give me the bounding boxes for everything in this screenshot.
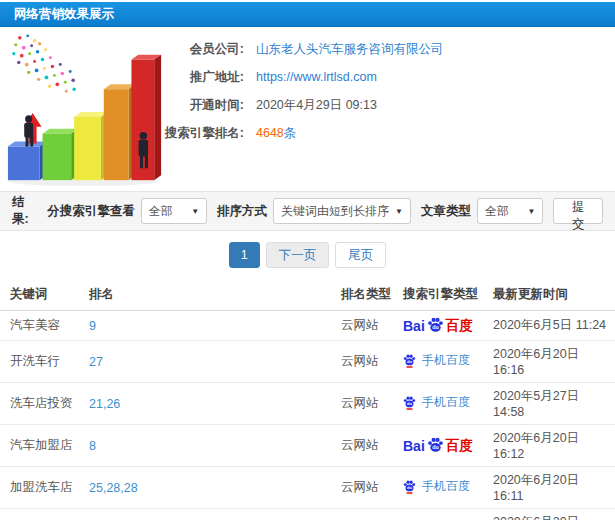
rank-type-cell: 云网站 <box>337 467 399 509</box>
caret-down-icon: ▼ <box>395 207 403 216</box>
svg-text:du: du <box>407 485 412 490</box>
results-section-label: 结果: <box>12 194 37 228</box>
updated-cell: 2020年6月20日 16:12 <box>489 509 615 520</box>
rank-type-cell: 云网站 <box>337 509 399 520</box>
engine-filter-label: 分搜索引擎查看 <box>47 203 135 220</box>
rank-cell: 25,28,28 <box>85 467 337 509</box>
account-info-list: 会员公司: 山东老人头汽车服务咨询有限公司 推广地址: https://www.… <box>148 35 444 147</box>
col-updated: 最新更新时间 <box>489 279 615 311</box>
table-row: 开洗车行 27 云网站 du 手机百度 2020年6月20日 16:16 <box>0 341 615 383</box>
keyword-cell: 开洗车行 <box>0 341 85 383</box>
updated-cell: 2020年6月20日 16:12 <box>489 425 615 467</box>
company-row: 会员公司: 山东老人头汽车服务咨询有限公司 <box>148 35 444 63</box>
article-type-filter-label: 文章类型 <box>421 203 471 220</box>
keyword-cell: 汽车美容 <box>0 311 85 341</box>
table-row: 汽车加盟店 8 云网站 Bai du 百度 2020年6月20日 16:12 <box>0 425 615 467</box>
engine-cell: du 手机百度 <box>399 509 489 520</box>
updated-cell: 2020年6月20日 16:11 <box>489 467 615 509</box>
opened-time-label: 开通时间: <box>148 97 244 114</box>
col-engine-type: 搜索引擎类型 <box>399 279 489 311</box>
engine-filter-select[interactable]: 全部 ▼ <box>141 198 207 224</box>
results-table: 关键词 排名 排名类型 搜索引擎类型 最新更新时间 汽车美容 9 云网站 Bai… <box>0 279 615 520</box>
filter-bar: 结果: 分搜索引擎查看 全部 ▼ 排序方式 关键词由短到长排序 ▼ 文章类型 全… <box>0 191 615 231</box>
engine-cell: du 手机百度 <box>399 341 489 383</box>
bar-yellow <box>74 112 108 180</box>
keyword-cell: 洗车店投资 <box>0 383 85 425</box>
pagination: 1 下一页 尾页 <box>0 231 615 279</box>
baidu-paw-icon: du <box>427 436 444 455</box>
svg-text:du: du <box>407 401 412 406</box>
engine-rank-row: 搜索引擎排名: 4648条 <box>148 119 444 147</box>
rank-link[interactable]: 9 <box>89 319 96 333</box>
growth-bar-chart-graphic <box>2 31 170 187</box>
keyword-cell: 洗车赚钱吗 <box>0 509 85 520</box>
opened-time-row: 开通时间: 2020年4月29日 09:13 <box>148 91 444 119</box>
table-header-row: 关键词 排名 排名类型 搜索引擎类型 最新更新时间 <box>0 279 615 311</box>
keyword-cell: 汽车加盟店 <box>0 425 85 467</box>
col-rank-type: 排名类型 <box>337 279 399 311</box>
bar-green <box>43 129 79 180</box>
baidu-paw-icon: du <box>427 316 444 335</box>
mobile-baidu-badge: du 手机百度 <box>403 478 470 495</box>
next-page-button[interactable]: 下一页 <box>266 242 330 268</box>
account-info-section: 会员公司: 山东老人头汽车服务咨询有限公司 推广地址: https://www.… <box>0 27 615 191</box>
company-label: 会员公司: <box>148 41 244 58</box>
engine-cell: du 手机百度 <box>399 383 489 425</box>
last-page-button[interactable]: 尾页 <box>335 242 386 268</box>
bar-blue <box>8 142 47 181</box>
caret-down-icon: ▼ <box>191 207 199 216</box>
rank-link[interactable]: 25,28,28 <box>89 481 138 495</box>
table-row: 汽车美容 9 云网站 Bai du 百度 2020年6月5日 11:24 <box>0 311 615 341</box>
rank-cell: 9 <box>85 311 337 341</box>
caret-down-icon: ▼ <box>527 207 535 216</box>
promo-url-link[interactable]: https://www.lrtlsd.com <box>256 70 377 84</box>
engine-rank-label: 搜索引擎排名: <box>148 125 244 142</box>
updated-cell: 2020年5月27日 14:58 <box>489 383 615 425</box>
rank-link[interactable]: 8 <box>89 439 96 453</box>
rank-type-cell: 云网站 <box>337 425 399 467</box>
article-type-filter-select[interactable]: 全部 ▼ <box>477 198 543 224</box>
sort-filter-select[interactable]: 关键词由短到长排序 ▼ <box>273 198 411 224</box>
rank-cell: 8 <box>85 425 337 467</box>
mobile-baidu-badge: du 手机百度 <box>403 352 470 369</box>
rank-type-cell: 云网站 <box>337 311 399 341</box>
engine-cell: Bai du 百度 <box>399 425 489 467</box>
baidu-paw-icon: du <box>403 353 416 368</box>
sort-filter-value: 关键词由短到长排序 <box>281 203 389 220</box>
rank-cell: 30 <box>85 509 337 520</box>
svg-text:du: du <box>432 324 438 330</box>
engine-rank-count: 4648 <box>256 126 284 140</box>
article-type-filter-value: 全部 <box>485 203 509 220</box>
rank-type-cell: 云网站 <box>337 341 399 383</box>
submit-button[interactable]: 提交 <box>553 198 603 224</box>
confetti-dots <box>12 34 76 92</box>
baidu-logo: Bai du 百度 <box>403 436 473 455</box>
svg-text:du: du <box>432 444 438 450</box>
engine-rank-unit: 条 <box>284 126 297 140</box>
rank-cell: 21,26 <box>85 383 337 425</box>
col-rank: 排名 <box>85 279 337 311</box>
rank-cell: 27 <box>85 341 337 383</box>
table-row: 洗车店投资 21,26 云网站 du 手机百度 2020年5月27日 14:58 <box>0 383 615 425</box>
page-header: 网络营销效果展示 <box>0 2 615 27</box>
engine-filter-value: 全部 <box>149 203 173 220</box>
svg-text:du: du <box>407 359 412 364</box>
baidu-paw-icon: du <box>403 479 416 494</box>
updated-cell: 2020年6月20日 16:16 <box>489 341 615 383</box>
results-table-body: 汽车美容 9 云网站 Bai du 百度 2020年6月5日 11:24 开洗车… <box>0 311 615 520</box>
baidu-paw-icon: du <box>403 395 416 410</box>
table-row: 洗车赚钱吗 30 云网站 du 手机百度 2020年6月20日 16:12 <box>0 509 615 520</box>
rank-link[interactable]: 27 <box>89 355 103 369</box>
updated-cell: 2020年6月5日 11:24 <box>489 311 615 341</box>
page-1-button[interactable]: 1 <box>229 242 260 268</box>
rank-link[interactable]: 21,26 <box>89 397 120 411</box>
opened-time-value: 2020年4月29日 09:13 <box>256 97 377 114</box>
rank-type-cell: 云网站 <box>337 383 399 425</box>
keyword-cell: 加盟洗车店 <box>0 467 85 509</box>
engine-cell: du 手机百度 <box>399 467 489 509</box>
table-row: 加盟洗车店 25,28,28 云网站 du 手机百度 2020年6月20日 16… <box>0 467 615 509</box>
baidu-logo: Bai du 百度 <box>403 316 473 335</box>
company-link[interactable]: 山东老人头汽车服务咨询有限公司 <box>256 41 444 58</box>
promo-url-row: 推广地址: https://www.lrtlsd.com <box>148 63 444 91</box>
page-title: 网络营销效果展示 <box>14 7 114 21</box>
